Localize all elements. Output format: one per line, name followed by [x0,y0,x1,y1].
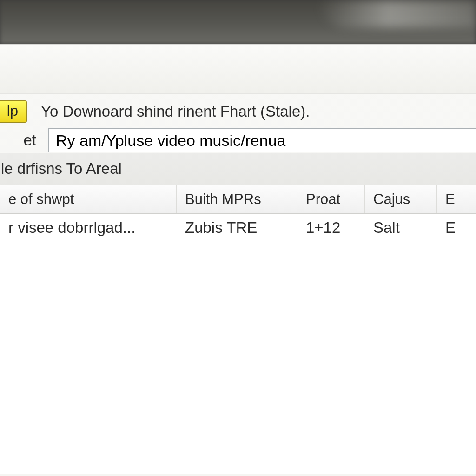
background-highlight [318,0,476,28]
column-header-3[interactable]: Proat [298,185,365,213]
title-bar [0,45,476,94]
path-input[interactable] [48,128,476,152]
table-row[interactable]: r visee dobrrlgad... Zubis TRE 1+12 Salt… [0,214,476,242]
column-header-4[interactable]: Cajus [365,185,437,213]
app-window: lp Yo Downoard shind rinent Fhart (Stale… [0,44,476,476]
toolbar: lp Yo Downoard shind rinent Fhart (Stale… [0,94,476,125]
table-header-row: e of shwpt Buith MPRs Proat Cajus E [0,185,476,214]
column-header-2[interactable]: Buith MPRs [177,185,298,213]
up-button[interactable]: lp [0,100,27,123]
input-label: et [0,132,36,149]
column-header-1[interactable]: e of shwpt [0,185,177,213]
cell: 1+12 [298,214,365,242]
table-body: r visee dobrrlgad... Zubis TRE 1+12 Salt… [0,214,476,474]
cell: E [437,214,476,242]
table: e of shwpt Buith MPRs Proat Cajus E r vi… [0,185,476,474]
column-header-5[interactable]: E [437,185,476,213]
cell: Zubis TRE [177,214,298,242]
status-text: Yo Downoard shind rinent Fhart (Stale). [27,103,310,120]
sub-label: le drfisns To Areal [0,153,476,185]
cell: r visee dobrrlgad... [0,214,177,242]
input-row: et [0,125,476,153]
cell: Salt [365,214,437,242]
